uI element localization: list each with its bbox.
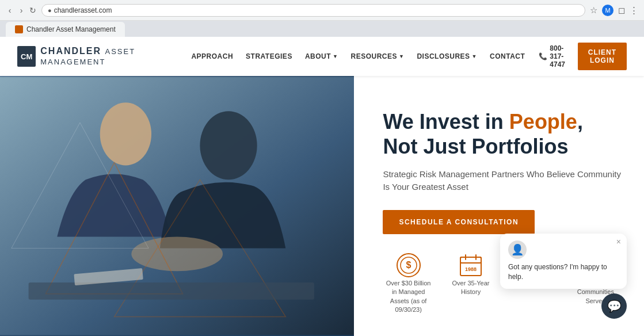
svg-text:$: $ bbox=[406, 260, 411, 270]
nav-about[interactable]: ABOUT ▼ bbox=[300, 49, 343, 64]
phone-icon: 📞 bbox=[539, 52, 547, 60]
nav-contact[interactable]: CONTACT bbox=[485, 49, 529, 64]
profile-icon[interactable]: M bbox=[602, 5, 613, 16]
nav-approach[interactable]: APPROACH bbox=[186, 49, 238, 64]
logo-name: CHANDLER ASSET MANAGEMENT bbox=[40, 46, 186, 66]
stat-history-text: Over 35-Year History bbox=[445, 279, 496, 297]
logo-icon: CM bbox=[17, 46, 36, 67]
logo-initials: CM bbox=[21, 52, 32, 61]
client-login-button[interactable]: CLIENT LOGIN bbox=[578, 43, 627, 70]
url-text: chandlerasset.com bbox=[54, 6, 112, 14]
site-header: CM CHANDLER ASSET MANAGEMENT APPROACH ST… bbox=[0, 37, 644, 76]
main-nav: APPROACH STRATEGIES ABOUT ▼ RESOURCES ▼ … bbox=[186, 41, 627, 72]
chat-bubble: × 👤 Got any questions? I'm happy to help… bbox=[500, 234, 627, 289]
browser-tabs-bar: Chandler Asset Management bbox=[0, 21, 644, 37]
back-button[interactable]: ‹ bbox=[6, 6, 14, 14]
tab-favicon bbox=[15, 25, 23, 33]
chat-message: Got any questions? I'm happy to help. bbox=[508, 262, 619, 282]
browser-controls[interactable]: ‹ › ↻ bbox=[6, 6, 37, 14]
stat-assets-text: Over $30 Billion in Managed Assets (as o… bbox=[383, 279, 433, 315]
dollar-circle-icon: $ bbox=[395, 251, 422, 279]
calendar-icon: 1988 bbox=[457, 251, 485, 279]
chat-icon: 💬 bbox=[607, 299, 622, 313]
hero-title-highlight: People bbox=[509, 110, 577, 133]
nav-strategies[interactable]: STRATEGIES bbox=[241, 49, 297, 64]
chat-widget: × 👤 Got any questions? I'm happy to help… bbox=[500, 234, 627, 319]
active-tab[interactable]: Chandler Asset Management bbox=[6, 22, 125, 37]
extensions-icon[interactable]: ◻ bbox=[618, 5, 625, 16]
phone-link[interactable]: 📞 800-317-4747 bbox=[533, 41, 574, 72]
reload-button[interactable]: ↻ bbox=[29, 6, 37, 14]
chat-open-button[interactable]: 💬 bbox=[601, 293, 627, 319]
chat-avatar: 👤 bbox=[508, 240, 527, 259]
hero-title-part1: We Invest in bbox=[383, 110, 509, 133]
stat-assets: $ Over $30 Billion in Managed Assets (as… bbox=[383, 251, 433, 315]
tab-title: Chandler Asset Management bbox=[26, 25, 116, 33]
hero-title: We Invest in People, Not Just Portfolios bbox=[383, 109, 621, 159]
forward-button[interactable]: › bbox=[17, 6, 25, 14]
svg-rect-13 bbox=[460, 257, 481, 263]
menu-icon[interactable]: ⋮ bbox=[630, 5, 638, 16]
stat-history: 1988 Over 35-Year History bbox=[445, 251, 496, 297]
address-bar[interactable]: ● chandlerasset.com bbox=[41, 4, 585, 17]
browser-toolbar: ☆ M ◻ ⋮ bbox=[590, 5, 638, 16]
cta-button[interactable]: SCHEDULE A CONSULTATION bbox=[383, 210, 535, 234]
bookmark-icon[interactable]: ☆ bbox=[590, 5, 597, 16]
svg-text:1988: 1988 bbox=[465, 266, 477, 272]
browser-chrome: ‹ › ↻ ● chandlerasset.com ☆ M ◻ ⋮ bbox=[0, 0, 644, 21]
nav-disclosures[interactable]: DISCLOSURES ▼ bbox=[412, 49, 482, 64]
logo-text: CHANDLER ASSET MANAGEMENT bbox=[40, 46, 186, 66]
hero-subtitle: Strategic Risk Management Partners Who B… bbox=[383, 168, 621, 194]
hero-photo-bg bbox=[0, 76, 354, 336]
nav-resources[interactable]: RESOURCES ▼ bbox=[346, 49, 409, 64]
hero-image bbox=[0, 76, 354, 336]
phone-number: 800-317-4747 bbox=[550, 44, 569, 68]
logo: CM CHANDLER ASSET MANAGEMENT bbox=[17, 46, 186, 67]
chat-close-button[interactable]: × bbox=[616, 237, 621, 246]
